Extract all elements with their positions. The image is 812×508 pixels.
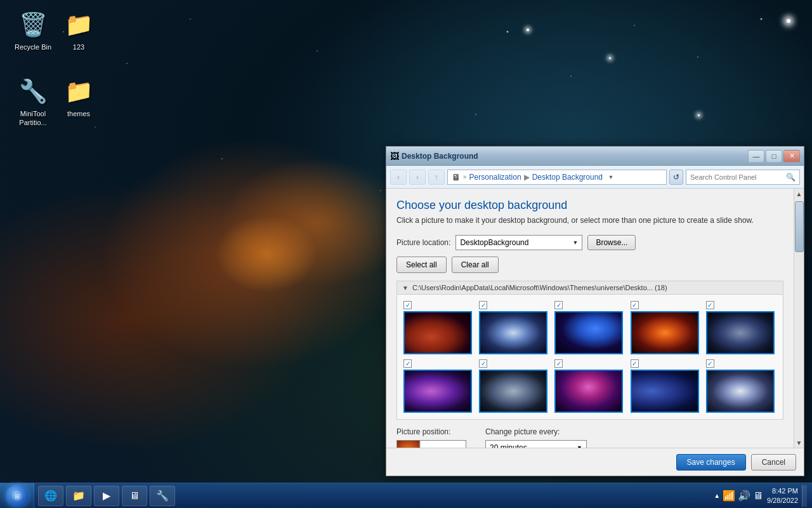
image-item-3[interactable] [554,301,625,354]
address-personalization[interactable]: Personalization [469,173,521,182]
picture-location-dropdown[interactable]: DesktopBackground ▼ [455,235,582,250]
up-button[interactable]: ↑ [428,170,445,185]
cancel-button[interactable]: Cancel [751,454,796,471]
folder-123-label: 123 [53,43,104,51]
image-thumb-7[interactable] [479,370,547,413]
image-item-7[interactable] [479,359,549,413]
image-item-6[interactable] [403,359,474,413]
main-panel: Choose your desktop background Click a p… [386,189,794,448]
image-item-2[interactable] [479,301,549,354]
browse-button[interactable]: Browse... [587,235,636,250]
start-button[interactable]: ⊞ [0,483,34,509]
image-thumb-8[interactable] [554,370,623,413]
image-thumb-2[interactable] [479,311,547,354]
search-input[interactable] [690,173,786,181]
clear-all-button[interactable]: Clear all [452,257,499,273]
change-every-dropdown[interactable]: 20 minutes ▼ [485,440,587,448]
picture-position-group: Picture position: Fill ▼ [396,427,466,448]
image-checkbox-10[interactable] [706,359,714,368]
refresh-button[interactable]: ↺ [669,170,683,185]
tray-volume-icon[interactable]: 🔊 [738,490,750,502]
forward-button[interactable]: › [409,170,426,185]
tray-network-icon: 📶 [723,490,735,502]
image-thumb-10[interactable] [706,370,775,413]
search-bar: 🔍 [686,170,800,185]
image-checkbox-8[interactable] [554,359,563,368]
address-dropdown-button[interactable]: ▼ [605,170,617,184]
clock[interactable]: 8:42 PM 9/28/2022 [767,486,798,505]
desktop-icon-recycle-bin[interactable]: 🗑️ Recycle Bin [8,10,58,51]
change-every-value: 20 minutes [490,443,527,448]
themes-label: themes [53,109,104,118]
desktop-icon-123[interactable]: 📁 123 [53,10,104,51]
image-grid [397,295,783,419]
image-checkbox-1[interactable] [403,301,412,309]
image-thumb-9[interactable] [631,370,699,413]
position-dropdown[interactable]: Fill ▼ [420,441,466,448]
close-button[interactable]: ✕ [783,150,800,163]
search-icon: 🔍 [786,173,796,182]
scroll-thumb[interactable] [795,201,804,252]
window-scrollbar[interactable]: ▲ ▼ [794,189,804,448]
image-item-5[interactable] [706,301,776,354]
taskbar-settings-button[interactable]: 🔧 [150,486,175,506]
image-thumb-1[interactable] [403,311,472,354]
tray-arrow-icon[interactable]: ▲ [714,492,720,499]
change-every-group: Change picture every: 20 minutes ▼ Shuff… [485,427,587,448]
folder-123-icon: 📁 [63,10,94,40]
scroll-down-button[interactable]: ▼ [795,438,804,448]
svg-text:⊞: ⊞ [15,493,20,500]
image-item-8[interactable] [554,359,625,413]
taskbar-ie-button[interactable]: 🌐 [38,486,63,506]
desktop-icon-minitool[interactable]: 🔧 MiniTool Partitio... [8,76,58,128]
desktop-background-window: 🖼 Desktop Background — □ ✕ ‹ › ↑ 🖥 » Per… [386,146,804,476]
image-item-9[interactable] [631,359,701,413]
image-checkbox-9[interactable] [631,359,639,368]
image-item-10[interactable] [706,359,776,413]
image-thumb-4[interactable] [631,311,699,354]
minimize-button[interactable]: — [748,150,764,163]
back-button[interactable]: ‹ [390,170,407,185]
address-desktop-background[interactable]: Desktop Background [532,173,603,182]
taskbar-media-button[interactable]: ▶ [94,486,119,506]
picture-location-row: Picture location: DesktopBackground ▼ Br… [396,235,783,250]
minitool-label: MiniTool Partitio... [8,109,58,128]
window-footer: Save changes Cancel [386,448,804,476]
taskbar-computer-button[interactable]: 🖥 [122,486,147,506]
image-checkbox-3[interactable] [554,301,563,309]
window-title: Desktop Background [402,152,747,161]
grid-path: C:\Users\Rodin\AppData\Local\Microsoft\W… [412,284,667,291]
taskbar-items: 🌐 📁 ▶ 🖥 🔧 [34,483,709,508]
select-all-button[interactable]: Select all [396,257,447,273]
image-checkbox-5[interactable] [706,301,714,309]
image-item-4[interactable] [631,301,701,354]
clock-date: 9/28/2022 [767,496,798,505]
taskbar-right: ▲ 📶 🔊 🖥 8:42 PM 9/28/2022 [709,485,812,507]
start-orb-icon: ⊞ [6,485,29,507]
window-content: Choose your desktop background Click a p… [386,189,804,448]
desktop-icon-themes[interactable]: 📁 themes [53,76,104,118]
image-checkbox-2[interactable] [479,301,487,309]
picture-location-value: DesktopBackground [460,238,528,247]
desktop: 🗑️ Recycle Bin 📁 123 🔧 MiniTool Partitio… [0,0,812,508]
image-thumb-6[interactable] [403,370,472,413]
image-checkbox-4[interactable] [631,301,639,309]
title-bar: 🖼 Desktop Background — □ ✕ [386,147,804,166]
show-desktop-button[interactable] [802,485,807,507]
image-grid-scroll[interactable] [397,295,783,419]
recycle-bin-icon: 🗑️ [18,10,48,40]
image-checkbox-6[interactable] [403,359,412,368]
image-thumb-3[interactable] [554,311,623,354]
image-checkbox-7[interactable] [479,359,487,368]
clock-time: 8:42 PM [767,486,798,495]
bottom-controls: Picture position: Fill ▼ Change picture … [396,427,783,448]
scroll-up-button[interactable]: ▲ [795,189,804,199]
image-item-1[interactable] [403,301,474,354]
taskbar-folder-button[interactable]: 📁 [66,486,91,506]
image-thumb-5[interactable] [706,311,775,354]
picture-location-label: Picture location: [396,238,450,247]
dropdown-arrow-icon: ▼ [572,239,578,246]
save-changes-button[interactable]: Save changes [676,454,746,471]
maximize-button[interactable]: □ [766,150,782,163]
change-every-label: Change picture every: [485,427,587,436]
